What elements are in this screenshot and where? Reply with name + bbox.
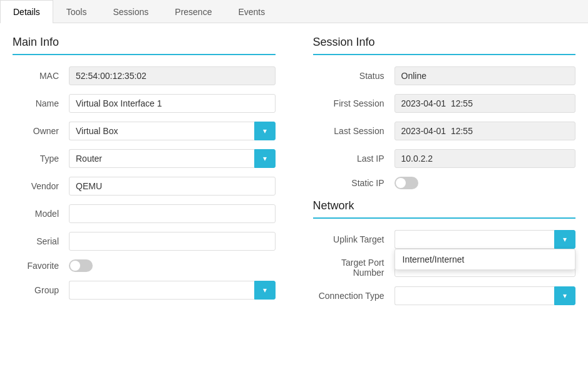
owner-input[interactable]	[69, 122, 254, 140]
model-input[interactable]	[69, 204, 276, 223]
owner-dropdown-btn[interactable]: ▾	[254, 122, 276, 140]
owner-label: Owner	[13, 126, 69, 136]
last-session-row: Last Session	[313, 122, 576, 140]
vendor-label: Vendor	[13, 181, 69, 191]
first-session-input	[395, 94, 576, 113]
owner-row: Owner ▾	[13, 122, 276, 140]
group-select-wrapper: ▾	[69, 281, 276, 300]
name-input[interactable]	[69, 94, 276, 113]
network-title: Network	[313, 199, 576, 212]
uplink-target-row: Uplink Target ▾ Internet/Internet	[313, 230, 576, 249]
session-info-title: Session Info	[313, 36, 576, 49]
chevron-down-icon: ▾	[263, 154, 267, 163]
last-ip-row: Last IP	[313, 149, 576, 168]
model-label: Model	[13, 209, 69, 219]
dropdown-option-internet[interactable]: Internet/Internet	[395, 249, 575, 269]
target-port-label: Target Port Number	[313, 258, 395, 278]
vendor-input[interactable]	[69, 177, 276, 196]
type-row: Type ▾	[13, 149, 276, 168]
uplink-target-label: Uplink Target	[313, 234, 395, 244]
last-ip-input	[395, 149, 576, 168]
favorite-toggle[interactable]	[69, 259, 93, 272]
main-info-panel: Main Info MAC Name Owner ▾ Type	[13, 36, 294, 314]
main-info-divider	[13, 54, 276, 55]
connection-type-select-wrapper: ▾	[395, 286, 576, 305]
connection-type-dropdown-btn[interactable]: ▾	[554, 286, 575, 305]
group-row: Group ▾	[13, 281, 276, 300]
session-info-divider	[313, 54, 576, 55]
mac-input[interactable]	[69, 66, 276, 85]
chevron-down-icon: ▾	[563, 291, 567, 300]
vendor-row: Vendor	[13, 177, 276, 196]
uplink-target-dropdown-btn[interactable]: ▾	[554, 230, 575, 249]
type-dropdown-btn[interactable]: ▾	[254, 149, 276, 168]
main-content: Main Info MAC Name Owner ▾ Type	[0, 23, 588, 326]
serial-input[interactable]	[69, 232, 276, 251]
connection-type-input[interactable]	[395, 286, 555, 305]
chevron-down-icon: ▾	[563, 235, 567, 244]
tab-sessions[interactable]: Sessions	[100, 0, 162, 23]
serial-label: Serial	[13, 236, 69, 246]
last-session-input	[395, 122, 576, 140]
chevron-down-icon: ▾	[263, 127, 267, 135]
name-label: Name	[13, 98, 69, 108]
group-dropdown-btn[interactable]: ▾	[254, 281, 276, 300]
tab-presence[interactable]: Presence	[162, 0, 225, 23]
last-session-label: Last Session	[313, 126, 395, 136]
uplink-target-dropdown: Internet/Internet	[395, 249, 576, 270]
owner-select-wrapper: ▾	[69, 122, 276, 140]
uplink-target-input[interactable]	[395, 230, 555, 249]
tab-bar: Details Tools Sessions Presence Events	[0, 0, 588, 23]
uplink-target-select-wrapper: ▾ Internet/Internet	[395, 230, 576, 249]
first-session-label: First Session	[313, 98, 395, 108]
type-label: Type	[13, 154, 69, 164]
favorite-label: Favorite	[13, 261, 69, 271]
type-select-wrapper: ▾	[69, 149, 276, 168]
right-panel: Session Info Status First Session Last S…	[294, 36, 576, 314]
first-session-row: First Session	[313, 94, 576, 113]
group-input[interactable]	[69, 281, 254, 300]
status-label: Status	[313, 71, 395, 81]
model-row: Model	[13, 204, 276, 223]
main-info-title: Main Info	[13, 36, 276, 49]
serial-row: Serial	[13, 232, 276, 251]
static-ip-toggle[interactable]	[395, 177, 418, 189]
connection-type-label: Connection Type	[313, 291, 395, 301]
chevron-down-icon: ▾	[263, 286, 267, 295]
static-ip-label: Static IP	[313, 178, 395, 188]
status-input	[395, 66, 576, 85]
mac-row: MAC	[13, 66, 276, 85]
static-ip-row: Static IP	[313, 177, 576, 189]
tab-details[interactable]: Details	[0, 0, 53, 23]
tab-events[interactable]: Events	[225, 0, 278, 23]
connection-type-row: Connection Type ▾	[313, 286, 576, 305]
status-row: Status	[313, 66, 576, 85]
favorite-row: Favorite	[13, 259, 276, 272]
last-ip-label: Last IP	[313, 154, 395, 164]
network-divider	[313, 217, 576, 219]
group-label: Group	[13, 285, 69, 295]
tab-tools[interactable]: Tools	[53, 0, 100, 23]
type-input[interactable]	[69, 149, 254, 168]
name-row: Name	[13, 94, 276, 113]
mac-label: MAC	[13, 71, 69, 81]
